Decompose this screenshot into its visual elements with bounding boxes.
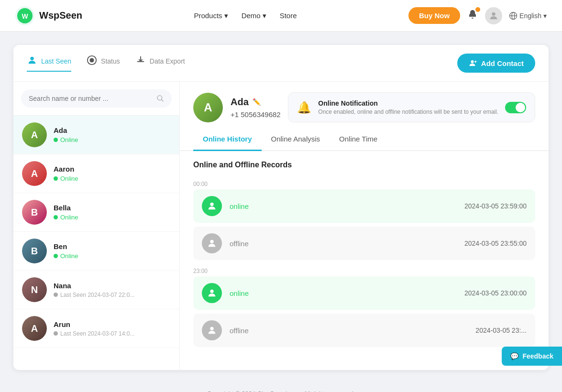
nav-demo-label: Demo — [242, 11, 261, 20]
contact-status-ben: Online — [54, 252, 78, 260]
contact-name-ada: Ada — [54, 126, 78, 134]
profile-details: Ada ✏️ +1 5056349682 — [231, 97, 281, 119]
search-input[interactable] — [29, 95, 153, 102]
add-contact-button[interactable]: Add Contact — [457, 54, 535, 73]
nav-demo[interactable]: Demo ▾ — [242, 11, 266, 20]
tab-online-analysis-label: Online Analysis — [271, 135, 320, 143]
contact-name-aaron: Aaron — [54, 165, 78, 173]
contact-info-ada: Ada Online — [54, 126, 78, 143]
record-item-3: offline 2024-03-05 23:... — [193, 314, 535, 347]
status-icon — [87, 55, 97, 68]
user-avatar-nav[interactable] — [485, 7, 502, 24]
search-box[interactable] — [21, 89, 172, 108]
user-icon — [488, 11, 499, 21]
contact-status-nana: Last Seen 2024-03-07 22:0... — [54, 292, 134, 298]
contact-name-arun: Arun — [54, 320, 134, 328]
contact-info-arun: Arun Last Seen 2024-03-07 14:0... — [54, 320, 134, 337]
toggle-track — [505, 102, 526, 113]
nav-store-label: Store — [280, 11, 297, 20]
status-dot-ben — [54, 254, 58, 258]
card-header: Last Seen Status Data Export Add C — [13, 45, 549, 82]
svg-point-7 — [30, 56, 33, 60]
content-tabs: Online History Online Analysis Online Ti… — [180, 128, 549, 151]
records-title: Online and Offline Records — [193, 161, 535, 169]
contact-status-text-nana: Last Seen 2024-03-07 22:0... — [60, 292, 134, 298]
tab-online-time-label: Online Time — [339, 135, 377, 143]
tab-online-history[interactable]: Online History — [193, 128, 262, 151]
tab-online-analysis[interactable]: Online Analysis — [262, 128, 330, 151]
contact-name-ben: Ben — [54, 242, 78, 250]
records-section: Online and Offline Records 00:00 online … — [180, 151, 549, 370]
svg-point-11 — [471, 60, 474, 63]
avatar-face-ada: A — [22, 122, 47, 147]
nav-products[interactable]: Products ▾ — [194, 11, 228, 20]
tab-online-time[interactable]: Online Time — [330, 128, 387, 151]
notification-info: Online Notification Once enabled, online… — [318, 99, 498, 115]
avatar-ada: A — [22, 122, 47, 147]
profile-phone: +1 5056349682 — [231, 110, 281, 119]
notification-badge — [475, 7, 480, 12]
svg-point-19 — [210, 327, 213, 330]
globe-icon — [509, 11, 518, 20]
card-body: A Ada Online A — [13, 82, 549, 370]
add-contact-label: Add Contact — [481, 59, 524, 67]
nav-store[interactable]: Store — [280, 11, 297, 20]
navbar: W WspSeen Products ▾ Demo ▾ Store Buy No… — [0, 0, 562, 32]
avatar-face-nana: N — [22, 277, 47, 302]
contact-status-text-ada: Online — [60, 136, 78, 143]
tab-status-label: Status — [101, 57, 120, 65]
contact-list: A Ada Online A — [13, 116, 179, 370]
contact-item-arun[interactable]: A Arun Last Seen 2024-03-07 14:0... — [13, 309, 179, 348]
time-label-23: 23:00 — [193, 268, 535, 274]
language-selector[interactable]: English ▾ — [509, 11, 547, 20]
avatar-bella: B — [22, 200, 47, 225]
online-icon-2 — [202, 283, 222, 303]
buy-now-button[interactable]: Buy Now — [408, 7, 460, 24]
tab-last-seen[interactable]: Last Seen — [27, 55, 71, 72]
offline-icon-1 — [202, 233, 222, 253]
last-seen-icon — [27, 55, 37, 68]
logo[interactable]: W WspSeen — [15, 6, 82, 25]
contact-info-bella: Bella Online — [54, 204, 78, 221]
avatar-nana: N — [22, 277, 47, 302]
profile-name-text: Ada — [231, 97, 249, 108]
contact-item-bella[interactable]: B Bella Online — [13, 193, 179, 232]
contact-status-text-aaron: Online — [60, 175, 78, 182]
avatar-face-arun: A — [22, 316, 47, 341]
svg-line-15 — [161, 99, 163, 101]
profile-name: Ada ✏️ — [231, 97, 281, 108]
tab-data-export[interactable]: Data Export — [135, 55, 185, 72]
record-time-1: 2024-03-05 23:55:00 — [464, 240, 527, 247]
notification-title: Online Notification — [318, 99, 498, 107]
record-label-2: online — [230, 289, 457, 297]
contact-item-nana[interactable]: N Nana Last Seen 2024-03-07 22:0... — [13, 271, 179, 309]
edit-icon[interactable]: ✏️ — [253, 98, 261, 106]
card-tabs: Last Seen Status Data Export — [27, 55, 185, 72]
contact-item-aaron[interactable]: A Aaron Online — [13, 154, 179, 193]
notification-card: 🔔 Online Notification Once enabled, onli… — [288, 92, 535, 122]
notification-toggle[interactable] — [505, 102, 526, 113]
app-card: Last Seen Status Data Export Add C — [13, 45, 549, 370]
products-chevron-icon: ▾ — [224, 11, 228, 20]
record-item-0: online 2024-03-05 23:59:00 — [193, 189, 535, 223]
notification-bell[interactable] — [467, 9, 478, 22]
feedback-icon: 💬 — [510, 352, 518, 360]
footer-text: Copyright © 2024 ClevGuard.com. All righ… — [207, 390, 355, 392]
notification-bell-icon: 🔔 — [297, 101, 311, 114]
contact-name-nana: Nana — [54, 282, 134, 290]
sidebar-search — [13, 82, 179, 116]
record-time-0: 2024-03-05 23:59:00 — [464, 202, 527, 210]
status-dot-arun — [54, 331, 58, 336]
contact-status-text-arun: Last Seen 2024-03-07 14:0... — [60, 330, 134, 337]
navbar-actions: Buy Now English ▾ — [408, 7, 547, 24]
contact-item-ada[interactable]: A Ada Online — [13, 116, 179, 154]
feedback-button[interactable]: 💬 Feedback — [502, 347, 562, 366]
contact-item-ben[interactable]: B Ben Online — [13, 232, 179, 271]
status-dot-aaron — [54, 176, 58, 181]
contact-status-aaron: Online — [54, 175, 78, 182]
main-nav: Products ▾ Demo ▾ Store — [194, 11, 297, 20]
tab-status[interactable]: Status — [87, 55, 120, 72]
timeline: 00:00 online 2024-03-05 23:59:00 — [193, 177, 535, 351]
avatar-arun: A — [22, 316, 47, 341]
record-label-1: offline — [230, 240, 457, 248]
